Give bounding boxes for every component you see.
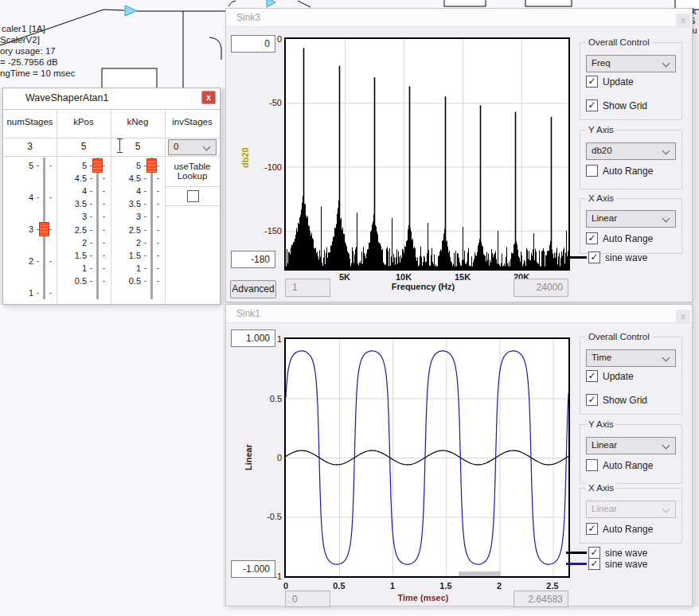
slider-tick-label: 2.5 [63, 225, 87, 235]
chevron-down-icon [662, 147, 670, 155]
slider-tick-mark [157, 268, 159, 269]
ymin-input[interactable]: -180 [231, 251, 275, 268]
slider-tick-label: 4.5 [117, 173, 141, 183]
slider-tick-label: 1.5 [63, 251, 87, 260]
sink3-window: Sink3 x 0 -180 db20 0-50-100-150 5K10K15… [225, 8, 693, 302]
window-title: Sink3 [236, 12, 260, 23]
kPos-slider-handle[interactable] [92, 158, 103, 173]
tick-label: -50 [269, 98, 282, 107]
slider-tick-mark [90, 281, 92, 282]
chevron-down-icon [662, 215, 670, 223]
divider [3, 109, 220, 110]
chevron-down-icon [662, 60, 670, 68]
tick-label: -0.5 [267, 512, 282, 521]
close-icon[interactable]: x [201, 91, 216, 104]
chevron-down-icon [662, 442, 670, 450]
slider-tick-mark [37, 166, 39, 166]
tick-label: 0.5 [270, 394, 282, 404]
slider-tick-mark [103, 204, 105, 205]
legend-label: sine wave [605, 559, 647, 570]
slider-tick-label: 1.5 [117, 251, 141, 260]
kNeg-slider-handle[interactable] [146, 158, 157, 173]
ymax-input[interactable]: 0 [231, 35, 275, 53]
column-header-kPos: kPos [57, 117, 111, 127]
schematic-text-line: ngTime = 10 msec [0, 68, 76, 78]
waveshaper-dialog: WaveShaperAtan1 x numStages354321kPos554… [2, 88, 221, 305]
xmin-input[interactable]: 0 [285, 591, 330, 607]
numStages-slider-handle[interactable] [39, 222, 49, 236]
slider-tick-mark [49, 197, 52, 198]
close-icon[interactable]: x [676, 310, 690, 324]
xmax-input[interactable]: 24000 [514, 279, 568, 297]
y-mode-dropdown[interactable]: db20 [586, 142, 676, 160]
slider-tick-mark [49, 166, 52, 166]
slider-tick-mark [103, 230, 105, 231]
schematic-block [102, 68, 157, 89]
slider-tick-mark [144, 204, 146, 205]
slider-tick-mark [144, 230, 146, 231]
legend-line [566, 256, 587, 259]
value-kPos[interactable]: 5 [57, 141, 111, 152]
slider-tick-mark [90, 255, 92, 256]
slider-tick-mark [144, 178, 146, 179]
y-mode-dropdown[interactable]: Linear [586, 437, 676, 454]
schematic-background-bottom [0, 606, 699, 616]
schematic-text-line: ory usage: 17 [0, 46, 56, 56]
slider-tick-label: 4 [10, 193, 33, 202]
slider-tick-mark [103, 191, 105, 192]
slider-tick-mark [103, 281, 105, 282]
invStages-dropdown[interactable]: 0 [168, 139, 217, 155]
schematic-text-line: caler1 [1A] [2, 24, 45, 33]
x-mode-dropdown[interactable]: Linear [586, 210, 676, 228]
time-plot[interactable] [284, 337, 570, 578]
slider-tick-mark [144, 243, 146, 244]
xmax-input[interactable]: 2.64583 [514, 591, 568, 607]
slider-tick-mark [103, 216, 105, 217]
slider-tick-mark [157, 178, 159, 179]
legend-label: sine wave [605, 252, 647, 263]
tick-label: -100 [264, 162, 282, 172]
domain-dropdown[interactable]: Time [586, 349, 676, 367]
slider-tick-mark [157, 243, 159, 244]
divider [3, 138, 220, 138]
slider-tick-label: 0.5 [63, 276, 87, 286]
close-icon[interactable]: x [676, 14, 690, 28]
group-label: X Axis [586, 193, 616, 203]
advanced-button[interactable]: Advanced [230, 280, 276, 298]
ymax-input[interactable]: 1.000 [231, 329, 275, 347]
ymin-input[interactable]: -1.000 [231, 560, 275, 578]
value-numStages[interactable]: 3 [3, 141, 57, 152]
slider-tick-mark [90, 191, 92, 192]
tick-label: 1.5 [439, 581, 451, 591]
slider-tick-mark [49, 293, 52, 294]
use-table-lookup-checkbox[interactable]: ✓ [187, 190, 199, 202]
slider-tick-label: 2 [63, 238, 87, 248]
slider-tick-label: 0.5 [117, 276, 141, 286]
titlebar[interactable]: Sink1 [226, 305, 692, 323]
slider-tick-mark [103, 178, 105, 179]
domain-dropdown[interactable]: Freq [586, 55, 676, 72]
spectrum-plot[interactable] [284, 37, 570, 271]
slider-tick-label: 3 [10, 224, 33, 234]
kNeg-slider-track[interactable] [150, 158, 153, 299]
group-label: X Axis [586, 483, 616, 493]
slider-tick-label: 1 [10, 288, 33, 298]
titlebar[interactable]: Sink3 [226, 9, 692, 27]
legend-line [566, 563, 587, 565]
app-root: caler1 [1A]ScalerV2]ory usage: 17= -25.7… [0, 0, 699, 616]
plot-scrollbar-thumb[interactable] [459, 571, 501, 576]
slider-tick-mark [103, 243, 105, 244]
x-axis-title: Frequency (Hz) [353, 282, 493, 291]
text-cursor [116, 138, 123, 151]
chevron-down-icon [203, 143, 211, 151]
column-header-invStages: invStages [165, 117, 220, 127]
kPos-slider-track[interactable] [96, 158, 99, 299]
xmin-input[interactable]: 1 [285, 279, 330, 297]
group-label: Y Axis [586, 125, 616, 135]
slider-tick-mark [144, 281, 146, 282]
slider-tick-mark [157, 230, 159, 231]
slider-tick-mark [144, 268, 146, 269]
slider-tick-mark [90, 268, 92, 269]
tick-label: 0 [277, 34, 282, 44]
chevron-down-icon [662, 505, 670, 513]
